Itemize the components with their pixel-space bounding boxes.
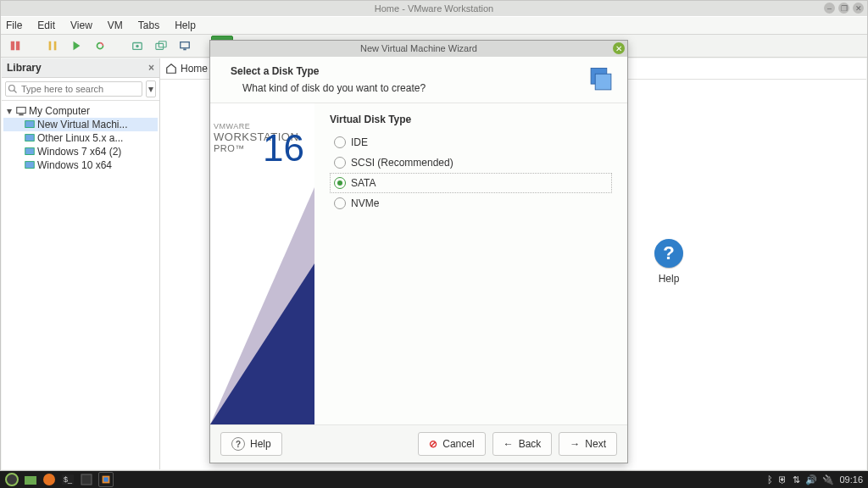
vm-icon: [24, 119, 36, 130]
network-icon[interactable]: ⇅: [793, 474, 800, 485]
volume-icon[interactable]: 🔊: [805, 474, 817, 485]
svg-rect-31: [81, 474, 92, 485]
start-menu-icon[interactable]: [5, 473, 19, 486]
toolbar-separator: [113, 36, 125, 56]
terminal-icon[interactable]: $_: [61, 473, 75, 486]
window-title: Home - VMware Workstation: [375, 3, 493, 14]
svg-rect-22: [25, 148, 35, 155]
svg-rect-9: [181, 42, 190, 48]
svg-rect-19: [19, 114, 23, 116]
disk-type-option[interactable]: SCSI (Recommended): [330, 152, 612, 173]
cancel-button[interactable]: ⊘ Cancel: [418, 432, 485, 456]
close-button[interactable]: ✕: [853, 3, 864, 14]
tree-item[interactable]: Other Linux 5.x a...: [3, 131, 158, 145]
taskbar[interactable]: $_ ᛒ ⛨ ⇅ 🔊 🔌 09:16: [0, 471, 868, 488]
toolbar-snapshot-mgr-icon[interactable]: [150, 36, 172, 56]
firefox-icon[interactable]: [42, 473, 56, 486]
tree-item[interactable]: Windows 7 x64 (2): [3, 145, 158, 158]
svg-rect-25: [595, 74, 611, 90]
disk-type-option[interactable]: IDE: [330, 132, 612, 152]
toolbar-pause-icon[interactable]: [42, 36, 64, 56]
svg-point-28: [43, 474, 55, 485]
tray: ᛒ ⛨ ⇅ 🔊 🔌 09:16: [767, 474, 863, 485]
help-tile[interactable]: ? Help: [654, 239, 683, 285]
menu-help[interactable]: Help: [173, 17, 198, 34]
tree-item[interactable]: Windows 10 x64: [3, 158, 158, 172]
brand-version: 16: [263, 127, 304, 169]
tree-root[interactable]: ▾ My Computer: [3, 104, 158, 118]
svg-rect-10: [183, 49, 186, 51]
section-heading: Virtual Disk Type: [330, 114, 612, 125]
dialog-close-button[interactable]: ✕: [613, 42, 625, 54]
disk-type-option[interactable]: NVMe: [330, 193, 612, 214]
radio-icon: [334, 177, 346, 189]
disk-icon: [587, 65, 615, 94]
menu-edit[interactable]: Edit: [36, 17, 57, 34]
svg-rect-23: [25, 162, 35, 169]
svg-point-26: [6, 474, 18, 485]
svg-text:$_: $_: [64, 475, 73, 484]
toolbar-display-icon[interactable]: [174, 36, 196, 56]
toolbar-play-icon[interactable]: [65, 36, 87, 56]
window-titlebar[interactable]: Home - VMware Workstation – ❐ ✕: [1, 1, 867, 16]
bluetooth-icon[interactable]: ᛒ: [767, 474, 773, 485]
help-label: Help: [659, 273, 680, 285]
radio-icon: [334, 136, 346, 148]
toolbar-refresh-icon[interactable]: [89, 36, 111, 56]
library-close-icon[interactable]: ×: [148, 62, 154, 74]
back-button-label: Back: [519, 438, 542, 450]
menu-tabs[interactable]: Tabs: [136, 17, 161, 34]
svg-rect-3: [54, 42, 57, 51]
tab-label: Home: [181, 63, 208, 75]
menu-vm[interactable]: VM: [106, 17, 125, 34]
dialog-body: VMWARE WORKSTATION PRO™ 16 Virtual Disk …: [210, 103, 627, 424]
dialog-titlebar[interactable]: New Virtual Machine Wizard ✕: [210, 41, 627, 57]
minimize-button[interactable]: –: [824, 3, 835, 14]
svg-point-6: [136, 45, 139, 48]
vmware-taskbar-icon[interactable]: [98, 472, 114, 487]
tree-item[interactable]: New Virtual Machi...: [3, 118, 158, 131]
brand-triangle-dark: [210, 263, 314, 424]
library-title: Library: [7, 62, 42, 74]
clock[interactable]: 09:16: [839, 474, 863, 485]
dialog-footer: ? Help ⊘ Cancel ← Back → Next: [210, 424, 627, 463]
radio-label: SCSI (Recommended): [351, 157, 453, 169]
menu-file[interactable]: File: [4, 17, 24, 34]
shield-icon[interactable]: ⛨: [778, 474, 787, 485]
dialog-title: New Virtual Machine Wizard: [360, 43, 477, 53]
library-tree[interactable]: ▾ My Computer New Virtual Machi... Other…: [2, 101, 159, 469]
library-pane: Library × ▾ ▾ My Computer: [2, 58, 160, 469]
tree-root-label: My Computer: [29, 105, 90, 117]
help-icon: ?: [654, 239, 683, 268]
app-icon[interactable]: [80, 473, 93, 486]
search-dropdown-button[interactable]: ▾: [146, 80, 156, 97]
toolbar-separator: [198, 36, 209, 56]
dialog-subheading: What kind of disk do you want to create?: [242, 82, 426, 94]
maximize-button[interactable]: ❐: [838, 3, 849, 14]
menu-view[interactable]: View: [69, 17, 94, 34]
files-icon[interactable]: [24, 473, 37, 486]
battery-icon[interactable]: 🔌: [822, 474, 834, 485]
window-controls: – ❐ ✕: [824, 3, 864, 14]
svg-rect-0: [11, 42, 14, 51]
radio-icon: [334, 157, 346, 169]
disk-type-option[interactable]: SATA: [330, 173, 612, 193]
radio-label: IDE: [351, 136, 368, 148]
svg-rect-1: [16, 42, 19, 51]
vm-icon: [24, 159, 36, 171]
next-button[interactable]: → Next: [559, 432, 617, 456]
library-search-input[interactable]: [5, 81, 142, 97]
radio-label: SATA: [351, 177, 376, 189]
toolbar-library-icon[interactable]: [4, 36, 26, 56]
dialog-header: Select a Disk Type What kind of disk do …: [210, 57, 627, 103]
back-button[interactable]: ← Back: [492, 432, 553, 456]
svg-rect-27: [25, 476, 36, 485]
toolbar-snapshot-icon[interactable]: [126, 36, 148, 56]
svg-rect-7: [156, 43, 164, 49]
radio-label: NVMe: [351, 197, 379, 209]
library-search-row: ▾: [2, 78, 159, 101]
svg-marker-4: [74, 42, 81, 51]
vm-icon: [24, 132, 36, 144]
help-button[interactable]: ? Help: [220, 432, 282, 456]
svg-point-16: [9, 86, 15, 92]
